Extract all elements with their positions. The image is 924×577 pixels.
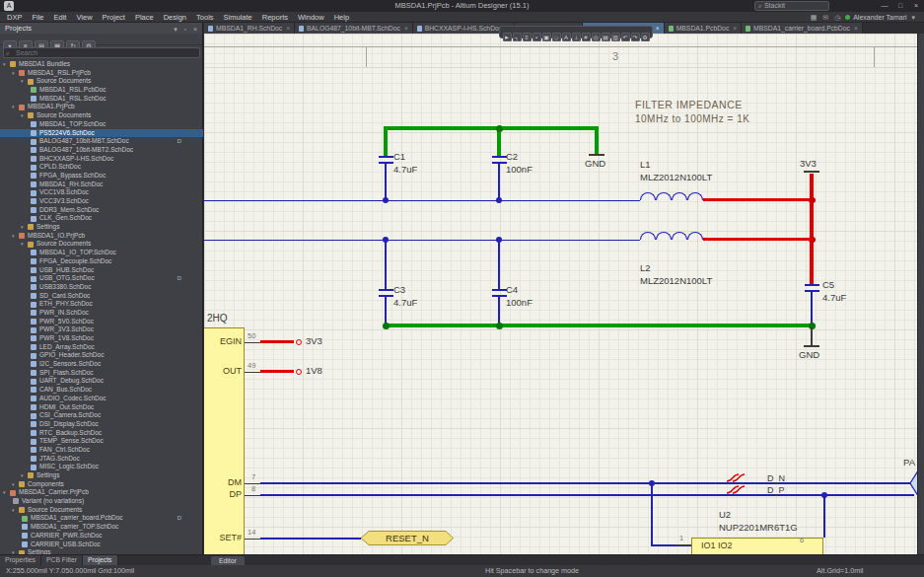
tree-item[interactable]: MISC_Logic.SchDoc bbox=[0, 463, 203, 471]
part-text[interactable]: 2HQ bbox=[207, 313, 228, 324]
tree-item[interactable]: ETH_PHY.SchDoc bbox=[0, 300, 203, 309]
pin-49[interactable] bbox=[245, 372, 260, 373]
tree-item[interactable]: USB3380.SchDoc bbox=[0, 283, 203, 292]
inductor-L2[interactable] bbox=[640, 232, 703, 240]
bottom-tab-projects[interactable]: Projects bbox=[83, 555, 118, 565]
tree-item[interactable]: FAN_Ctrl.SchDoc bbox=[0, 446, 203, 455]
junction-dot[interactable] bbox=[809, 197, 816, 204]
tree-item[interactable]: ▾Source Documents bbox=[0, 111, 203, 120]
net-label-icon[interactable]: A bbox=[562, 33, 571, 41]
doc-tab-mbsda1-pcbdoc[interactable]: MBSDA1.PcbDoc× bbox=[665, 23, 742, 34]
junction-dot[interactable] bbox=[496, 125, 503, 132]
menu-reports[interactable]: Reports bbox=[257, 12, 293, 23]
tree-item[interactable]: DDR3_Mem.SchDoc bbox=[0, 206, 203, 215]
pin-1[interactable] bbox=[675, 544, 691, 545]
no-erc-marker[interactable] bbox=[296, 369, 302, 375]
tree-item[interactable]: VCC1V8.SchDoc bbox=[0, 188, 203, 197]
net-wire-reset[interactable] bbox=[260, 538, 361, 540]
designator-L2[interactable]: L2 bbox=[640, 262, 651, 273]
bus-wire[interactable] bbox=[384, 126, 599, 130]
bus-wire[interactable] bbox=[384, 324, 814, 327]
expander-icon[interactable]: ▾ bbox=[12, 69, 18, 78]
tree-item[interactable]: PWR_3V3.SchDoc bbox=[0, 325, 203, 334]
annotation-line1[interactable]: FILTER IMPEDANCE bbox=[635, 99, 743, 110]
wire-icon[interactable]: ┐ bbox=[513, 33, 522, 41]
right-panel-strip[interactable] bbox=[917, 34, 924, 554]
tree-item[interactable]: GPIO_Header.SchDoc bbox=[0, 351, 203, 360]
junction-dot[interactable] bbox=[496, 197, 502, 203]
zoom-icon[interactable]: ◎ bbox=[592, 33, 601, 41]
print-icon[interactable]: ▥ bbox=[611, 33, 620, 41]
user-name[interactable]: Alexander Tamari bbox=[853, 14, 906, 21]
tree-item[interactable]: HDMI_Out.SchDoc bbox=[0, 403, 203, 412]
port-reset-n-label[interactable]: RESET_N bbox=[361, 533, 454, 543]
tree-item[interactable]: CLK_Gen.SchDoc bbox=[0, 214, 203, 223]
wire-segment[interactable] bbox=[385, 164, 387, 200]
doc-tab-balog487-10bit-mbt-schdoc[interactable]: BALOG487_10bit-MBT.SchDoc× bbox=[295, 23, 413, 34]
diff-pair-icon[interactable] bbox=[725, 484, 746, 495]
bottom-tab-properties[interactable]: Properties bbox=[0, 555, 41, 565]
power-port-icon[interactable]: ⊥ bbox=[572, 33, 581, 41]
tree-item[interactable]: USB_HUB.SchDoc bbox=[0, 266, 203, 275]
port-icon[interactable]: ◇ bbox=[552, 33, 561, 41]
net-label-3v3[interactable]: 3V3 bbox=[306, 335, 322, 346]
designator-U2[interactable]: U2 bbox=[719, 509, 731, 520]
value-C1[interactable]: 4.7uF bbox=[393, 164, 417, 175]
tree-item[interactable]: MBSDA1_RSL.PcbDoc bbox=[0, 86, 203, 95]
annotation-line2[interactable]: 10MHz to 100MHz = 1K bbox=[635, 113, 749, 124]
tree-item[interactable]: ▾Settings bbox=[0, 223, 203, 232]
tree-item[interactable]: CAN_Bus.SchDoc bbox=[0, 386, 203, 395]
inductor-L1[interactable] bbox=[640, 192, 703, 200]
tree-item[interactable]: CSI_Camera.SchDoc bbox=[0, 411, 203, 420]
menu-edit[interactable]: Edit bbox=[49, 12, 72, 23]
expander-icon[interactable]: ▾ bbox=[3, 60, 9, 69]
designator-C3[interactable]: C3 bbox=[393, 284, 405, 295]
value-C5[interactable]: 4.7uF bbox=[822, 292, 846, 303]
menu-file[interactable]: File bbox=[27, 12, 48, 23]
gnd-label[interactable]: GND bbox=[585, 158, 605, 169]
menu-simulate[interactable]: Simulate bbox=[219, 12, 257, 23]
bottom-tab-pcb-filter[interactable]: PCB Filter bbox=[41, 555, 83, 565]
tree-item[interactable]: MBSDA1_carrier_TOP.SchDoc bbox=[0, 523, 203, 532]
tree-item[interactable]: ▾Settings bbox=[0, 471, 203, 480]
power-wire[interactable] bbox=[260, 370, 294, 373]
pin-50[interactable] bbox=[245, 342, 260, 343]
tree-item[interactable]: ▾Source Documents bbox=[0, 77, 203, 86]
tree-item[interactable]: PWR_5V0.SchDoc bbox=[0, 318, 203, 326]
diff-pair-icon[interactable] bbox=[725, 472, 746, 483]
expander-icon[interactable]: ▾ bbox=[21, 77, 27, 86]
gnd-power-port[interactable] bbox=[811, 327, 813, 345]
undo-icon[interactable]: ↶ bbox=[621, 33, 630, 41]
net-label-dn[interactable]: D_N bbox=[767, 473, 785, 483]
menu-dxp[interactable]: DXP bbox=[2, 12, 27, 23]
tree-item[interactable]: ▾MBSDA1.PrjPcb bbox=[0, 103, 203, 111]
wire-segment[interactable] bbox=[498, 241, 500, 289]
wire-segment[interactable] bbox=[498, 297, 500, 324]
menu-view[interactable]: View bbox=[71, 12, 97, 23]
capacitor-C5[interactable] bbox=[805, 284, 819, 286]
menu-design[interactable]: Design bbox=[159, 12, 191, 23]
expander-icon[interactable]: ▾ bbox=[21, 240, 27, 249]
tree-item[interactable]: FPGA_Decouple.SchDoc bbox=[0, 257, 203, 266]
wire-segment[interactable] bbox=[823, 494, 825, 538]
close-tab-icon[interactable]: × bbox=[286, 25, 290, 32]
close-button[interactable]: × bbox=[908, 0, 924, 12]
close-tab-icon[interactable]: × bbox=[404, 25, 408, 32]
save-icon[interactable]: ▤ bbox=[602, 33, 610, 41]
tree-item[interactable]: VCC3V3.SchDoc bbox=[0, 197, 203, 206]
doc-tab-mbsda1-carrier-board-pcbdoc[interactable]: MBSDA1_carrier_board.PcbDoc× bbox=[742, 23, 863, 34]
tree-item[interactable]: CARRIER_PWR.SchDoc bbox=[0, 532, 203, 541]
expander-icon[interactable]: ▾ bbox=[12, 506, 18, 515]
power-wire[interactable] bbox=[703, 198, 812, 202]
value-L1[interactable]: MLZ2012N100LT bbox=[640, 172, 712, 182]
tree-item[interactable]: AUDIO_Codec.SchDoc bbox=[0, 395, 203, 403]
no-erc-marker[interactable] bbox=[296, 339, 302, 345]
tree-item[interactable]: BHCXXASP-I-HS.SchDoc bbox=[0, 155, 203, 164]
designator-C5[interactable]: C5 bbox=[822, 279, 834, 290]
power-wire[interactable] bbox=[260, 340, 294, 343]
pin-14[interactable] bbox=[245, 539, 260, 540]
tree-item[interactable]: PS5224V6.SchDoc bbox=[0, 129, 203, 138]
net-wire-dp[interactable] bbox=[260, 494, 914, 496]
expander-icon[interactable]: ▾ bbox=[12, 232, 18, 241]
tree-item[interactable]: DSI_Display.SchDoc bbox=[0, 420, 203, 429]
